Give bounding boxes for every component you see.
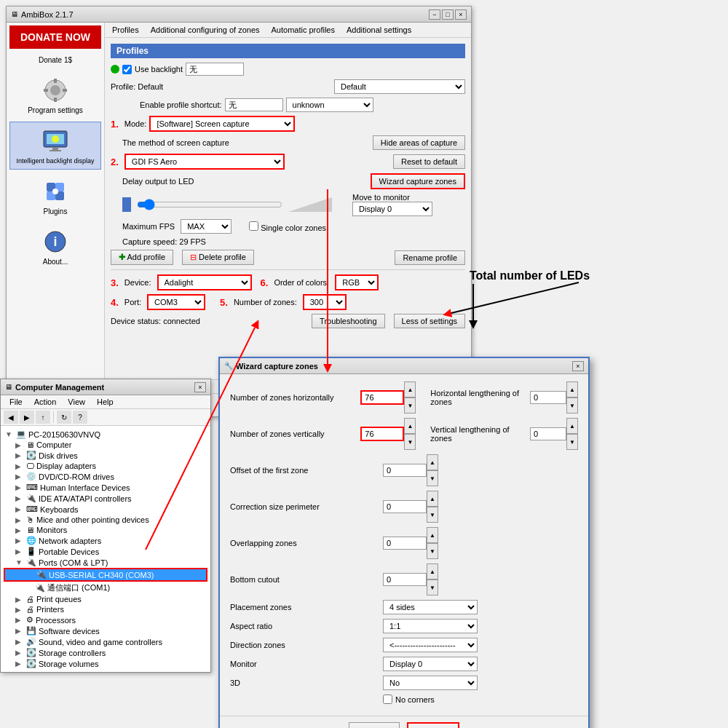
tree-item-display[interactable]: ▶ 🖵 Display adapters: [4, 461, 207, 471]
backlight-value-input[interactable]: [186, 63, 244, 76]
fps-select[interactable]: MAX: [181, 219, 232, 234]
overlapping-input[interactable]: [383, 537, 427, 550]
minimize-button[interactable]: −: [429, 9, 440, 20]
tree-item-storage-volumes[interactable]: ▶ 💽 Storage volumes: [4, 658, 207, 669]
h-lengthening-input[interactable]: [530, 391, 566, 404]
direction-select[interactable]: <-----------------------: [383, 638, 478, 652]
tree-item-ide[interactable]: ▶ 🔌 IDE ATA/ATAPI controllers: [4, 493, 207, 504]
wizard-close-button[interactable]: Close: [349, 722, 400, 728]
cm-menu-help[interactable]: Help: [91, 396, 119, 408]
aspect-select[interactable]: 1:1: [383, 619, 478, 633]
sidebar-item-about[interactable]: i About...: [9, 223, 101, 270]
cm-close-button[interactable]: ×: [194, 382, 206, 392]
shortcut-input[interactable]: [225, 98, 283, 111]
monitor-select[interactable]: Display 0: [352, 202, 432, 216]
bottom-input[interactable]: [383, 573, 427, 586]
wizard-monitor-select[interactable]: Display 0: [383, 657, 478, 671]
tree-item-processors[interactable]: ▶ ⚙ Processors: [4, 614, 207, 625]
troubleshoot-button[interactable]: Troubleshooting: [312, 314, 384, 328]
3d-select[interactable]: No: [383, 676, 478, 690]
wizard-zones-button[interactable]: Wizard capture zones: [371, 173, 465, 189]
overlapping-up[interactable]: ▲: [427, 527, 438, 543]
wizard-close-x-button[interactable]: ×: [572, 361, 584, 371]
tree-item-com1[interactable]: 🔌 通信端口 (COM1): [4, 582, 207, 594]
placement-select[interactable]: 4 sides: [383, 600, 478, 614]
zones-h-input[interactable]: [360, 390, 404, 405]
cm-refresh-button[interactable]: ↻: [57, 411, 71, 424]
delete-profile-button[interactable]: ⊟ Delete profile: [182, 250, 254, 265]
cm-forward-button[interactable]: ▶: [20, 411, 34, 424]
tree-item-hid[interactable]: ▶ ⌨ Human Interface Devices: [4, 482, 207, 493]
cm-menu-view[interactable]: View: [62, 396, 91, 408]
rename-profile-button[interactable]: Rename profile: [395, 250, 465, 265]
shortcut-mode-select[interactable]: unknown: [286, 98, 373, 112]
less-settings-button[interactable]: Less of settings: [394, 314, 465, 328]
wizard-apply-button[interactable]: Apply: [407, 722, 459, 728]
cm-menu-action[interactable]: Action: [28, 396, 63, 408]
tree-item-computer[interactable]: ▶ 🖥 Computer: [4, 440, 207, 450]
device-select[interactable]: Adalight: [157, 274, 252, 290]
tree-item-software[interactable]: ▶ 💾 Software devices: [4, 625, 207, 636]
num-zones-select[interactable]: 300: [303, 294, 347, 310]
tree-item-mice[interactable]: ▶ 🖱 Mice and other pointing devices: [4, 515, 207, 525]
correction-input[interactable]: [383, 500, 427, 513]
cm-help-button[interactable]: ?: [73, 411, 87, 424]
use-backlight-checkbox[interactable]: [122, 65, 132, 74]
port-select[interactable]: COM3: [147, 294, 205, 310]
add-profile-button[interactable]: ✚ Add profile: [111, 250, 173, 265]
reset-default-button[interactable]: Reset to default: [393, 154, 465, 169]
bottom-up[interactable]: ▲: [427, 563, 438, 579]
zones-v-input[interactable]: [360, 427, 404, 441]
h-len-down[interactable]: ▼: [566, 397, 578, 414]
corners-checkbox[interactable]: [383, 695, 392, 704]
cm-up-button[interactable]: ↑: [36, 411, 50, 424]
tree-item-dvd[interactable]: ▶ 💿 DVD/CD-ROM drives: [4, 471, 207, 482]
zones-v-up[interactable]: ▲: [404, 418, 416, 434]
tree-item-disk[interactable]: ▶ 💽 Disk drives: [4, 450, 207, 461]
h-len-up[interactable]: ▲: [566, 381, 578, 397]
zones-h-up[interactable]: ▲: [404, 381, 416, 397]
close-button[interactable]: ×: [455, 9, 467, 20]
menu-additional-zones[interactable]: Additional configuring of zones: [145, 24, 266, 36]
menu-profiles[interactable]: Profiles: [106, 24, 145, 36]
v-lengthening-input[interactable]: [530, 427, 566, 440]
tree-item-storage-controllers[interactable]: ▶ 💽 Storage controllers: [4, 647, 207, 658]
cm-back-button[interactable]: ◀: [4, 411, 18, 424]
gdi-select[interactable]: GDI FS Aero: [124, 154, 285, 170]
tree-item-portable[interactable]: ▶ 📱 Portable Devices: [4, 546, 207, 557]
v-len-down[interactable]: ▼: [566, 434, 578, 450]
tree-item-monitors[interactable]: ▶ 🖥 Monitors: [4, 525, 207, 535]
tree-item-com3[interactable]: 🔌 USB-SERIAL CH340 (COM3): [4, 568, 207, 582]
color-order-select[interactable]: RGB: [335, 274, 379, 290]
zones-h-down[interactable]: ▼: [404, 397, 416, 414]
donate-button[interactable]: DONATE NOW: [9, 25, 101, 49]
tree-item-root[interactable]: ▼ 💻 PC-20150630VNVQ: [4, 429, 207, 440]
profile-select[interactable]: Default: [334, 79, 465, 94]
v-len-up[interactable]: ▲: [566, 418, 578, 434]
cm-menu-file[interactable]: File: [4, 396, 28, 408]
bottom-down[interactable]: ▼: [427, 579, 438, 596]
delay-slider[interactable]: [137, 199, 282, 210]
maximize-button[interactable]: □: [442, 9, 454, 20]
tree-item-printers[interactable]: ▶ 🖨 Printers: [4, 604, 207, 614]
menu-auto-profiles[interactable]: Automatic profiles: [266, 24, 341, 36]
zones-v-down[interactable]: ▼: [404, 434, 416, 450]
offset-input[interactable]: [383, 464, 427, 477]
correction-down[interactable]: ▼: [427, 507, 438, 523]
tree-item-sound[interactable]: ▶ 🔊 Sound, video and game controllers: [4, 636, 207, 647]
single-color-checkbox[interactable]: [249, 221, 258, 231]
offset-up[interactable]: ▲: [427, 454, 438, 470]
sidebar-item-plugins[interactable]: Plugins: [9, 173, 101, 220]
menu-additional-settings[interactable]: Additional settings: [341, 24, 417, 36]
tree-item-network[interactable]: ▶ 🌐 Network adapters: [4, 535, 207, 546]
tree-item-ports[interactable]: ▼ 🔌 Ports (COM & LPT): [4, 557, 207, 568]
correction-up[interactable]: ▲: [427, 491, 438, 507]
mode-select[interactable]: [Software] Screen capture: [149, 116, 295, 132]
tree-item-keyboards[interactable]: ▶ ⌨ Keyboards: [4, 504, 207, 515]
overlapping-down[interactable]: ▼: [427, 543, 438, 559]
sidebar-item-backlight[interactable]: Intelligent backlight display: [9, 122, 101, 170]
offset-down[interactable]: ▼: [427, 470, 438, 486]
sidebar-item-program-settings[interactable]: Program settings: [9, 71, 101, 119]
tree-item-print-queues[interactable]: ▶ 🖨 Print queues: [4, 594, 207, 604]
hide-areas-button[interactable]: Hide areas of capture: [373, 135, 465, 150]
